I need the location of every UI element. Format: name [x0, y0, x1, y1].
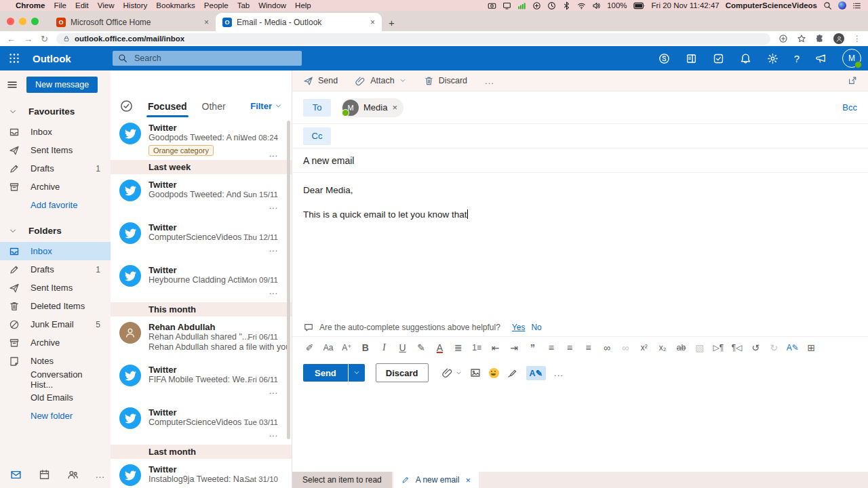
message-row[interactable]: Twitter Goodpods Tweeted: And ... Sun 15…	[111, 174, 292, 217]
insert-picture-button[interactable]	[470, 367, 481, 378]
to-button[interactable]: To	[303, 99, 331, 117]
keyboard-input-icon[interactable]	[532, 1, 541, 10]
new-message-button[interactable]: New message	[26, 77, 98, 93]
feedback-megaphone-icon[interactable]	[815, 53, 827, 64]
category-tag[interactable]: Orange category	[149, 145, 214, 156]
draw-pen-button[interactable]	[507, 367, 518, 378]
favourites-header[interactable]: Favourites	[0, 100, 111, 123]
menu-bar-clock[interactable]: Fri 20 Nov 11:42:47	[652, 1, 719, 9]
left-to-right-icon[interactable]: ▷¶	[709, 343, 728, 352]
app-launcher-waffle-icon[interactable]	[0, 46, 28, 70]
wifi-icon[interactable]	[577, 1, 586, 10]
send-options-chevron-icon[interactable]	[349, 364, 365, 382]
sidebar-item-fav-inbox[interactable]: Inbox	[0, 123, 111, 141]
align-left-icon[interactable]: ≡	[542, 342, 560, 353]
message-row[interactable]: Twitter ComputerScienceVideos ... Tue 03…	[111, 402, 292, 445]
bookmark-star-icon[interactable]	[797, 34, 806, 43]
calendar-module-icon[interactable]	[39, 469, 50, 481]
outdent-icon[interactable]: ⇤	[486, 342, 505, 353]
list-scrollbar[interactable]	[287, 121, 290, 439]
reading-pane-tab[interactable]: Select an item to read	[292, 472, 392, 488]
extensions-puzzle-icon[interactable]	[815, 34, 825, 43]
menu-tab[interactable]: Tab	[237, 1, 250, 9]
insert-image-icon[interactable]: ▧	[690, 342, 709, 353]
sidebar-item-fav-sent[interactable]: Sent Items	[0, 141, 111, 159]
tab-focused[interactable]: Focused	[148, 101, 187, 112]
toolbar-more-icon[interactable]: ...	[485, 76, 494, 86]
format-painter-icon[interactable]: ✐	[300, 342, 319, 353]
new-tab-button[interactable]: +	[389, 17, 395, 28]
message-more-icon[interactable]: ...	[269, 149, 278, 159]
reload-button[interactable]: ↻	[41, 35, 48, 43]
font-size-icon[interactable]: A⁺	[338, 343, 356, 352]
people-module-icon[interactable]	[67, 469, 79, 481]
volume-icon[interactable]	[592, 1, 601, 10]
search-box[interactable]	[113, 51, 302, 66]
address-bar[interactable]: outlook.office.com/mail/inbox	[56, 33, 770, 45]
bold-icon[interactable]: B	[356, 342, 374, 353]
close-tab-icon[interactable]: ×	[204, 18, 209, 27]
underline-icon[interactable]: U	[393, 342, 412, 353]
sidebar-item-fav-drafts[interactable]: Drafts1	[0, 159, 111, 178]
new-folder-link[interactable]: New folder	[0, 407, 111, 425]
message-more-icon[interactable]: ...	[269, 201, 278, 211]
sidebar-item-sent[interactable]: Sent Items	[0, 279, 111, 297]
subscript-icon[interactable]: x₂	[653, 343, 671, 352]
sidebar-item-junk[interactable]: Junk Email5	[0, 315, 111, 333]
unlink-icon[interactable]: ∞	[616, 342, 635, 353]
browser-profile-avatar[interactable]	[833, 33, 844, 44]
tab-other[interactable]: Other	[202, 101, 226, 112]
send-split-button[interactable]: Send	[303, 364, 365, 382]
signal-bars-icon[interactable]	[517, 1, 526, 10]
siri-icon[interactable]	[838, 1, 846, 9]
menu-window[interactable]: Window	[258, 1, 286, 9]
sidebar-item-conversation-history[interactable]: Conversation Hist...	[0, 370, 111, 388]
indent-icon[interactable]: ⇥	[505, 342, 523, 353]
message-body-editor[interactable]: Dear Media, This is a quick email to let…	[292, 173, 868, 336]
draft-tab[interactable]: A new email ×	[393, 472, 479, 488]
account-avatar[interactable]: M	[842, 49, 861, 68]
spotlight-search-icon[interactable]	[823, 1, 832, 10]
minimize-window-button[interactable]	[19, 18, 26, 25]
send-button[interactable]: Send	[303, 364, 348, 382]
menu-file[interactable]: File	[54, 1, 66, 9]
discard-button[interactable]: Discard	[376, 363, 429, 382]
attach-file-button[interactable]	[442, 367, 462, 378]
my-day-icon[interactable]	[686, 53, 697, 64]
close-window-button[interactable]	[7, 18, 14, 25]
browser-tab-outlook[interactable]: O Email - Media - Outlook ×	[216, 13, 382, 31]
remove-recipient-icon[interactable]: ×	[392, 102, 397, 113]
editor-suggestions-button[interactable]: A✎	[526, 366, 547, 380]
close-draft-icon[interactable]: ×	[465, 475, 471, 485]
align-center-icon[interactable]: ≡	[560, 342, 578, 353]
font-color-icon[interactable]: A	[431, 342, 449, 353]
todo-icon[interactable]	[713, 53, 724, 64]
attach-button[interactable]: Attach	[355, 76, 406, 86]
notifications-bell-icon[interactable]	[740, 53, 751, 64]
menu-chrome[interactable]: Chrome	[16, 1, 45, 9]
recipient-chip[interactable]: M Media ×	[341, 98, 403, 117]
message-row[interactable]: Twitter Instablog9ja Tweeted: Na... Sat …	[111, 459, 292, 488]
forward-button[interactable]: →	[24, 35, 33, 43]
message-more-icon[interactable]: ...	[269, 287, 278, 296]
message-row[interactable]: Twitter ComputerScienceVideos ... Thu 12…	[111, 217, 292, 260]
collapse-sidebar-icon[interactable]	[7, 79, 18, 90]
menu-people[interactable]: People	[204, 1, 229, 9]
screen-record-icon[interactable]	[488, 1, 496, 10]
align-right-icon[interactable]: ≡	[579, 342, 597, 353]
cc-button[interactable]: Cc	[303, 127, 331, 145]
message-more-icon[interactable]: ...	[269, 386, 278, 396]
more-modules-icon[interactable]: ...	[96, 470, 105, 480]
notification-center-icon[interactable]	[852, 1, 861, 10]
right-to-left-icon[interactable]: ¶◁	[728, 343, 746, 352]
user-profile-name[interactable]: ComputerScienceVideos	[726, 1, 817, 9]
menu-history[interactable]: History	[123, 1, 148, 9]
back-button[interactable]: ←	[7, 35, 16, 43]
numbered-list-icon[interactable]: 1≡	[468, 343, 486, 352]
font-name-icon[interactable]: Aa	[319, 343, 337, 352]
browser-menu-icon[interactable]: ⋮	[853, 35, 861, 43]
maximize-window-button[interactable]	[31, 18, 39, 25]
search-input[interactable]	[133, 53, 264, 64]
message-more-icon[interactable]: ...	[269, 429, 278, 439]
insert-table-icon[interactable]: ⊞	[802, 342, 821, 353]
